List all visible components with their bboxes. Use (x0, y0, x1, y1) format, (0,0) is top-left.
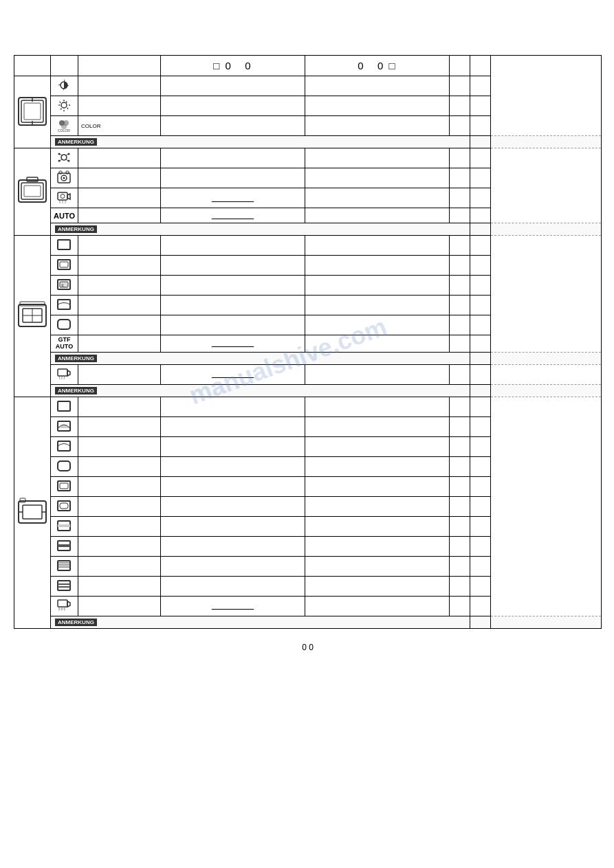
svg-rect-42 (58, 300, 70, 309)
s4-mode1 (160, 456, 305, 476)
s5-svg (56, 478, 72, 493)
row10-icon (51, 256, 78, 276)
row12-name (78, 296, 160, 315)
row12-e2 (470, 296, 490, 315)
row6-mode2 (305, 168, 449, 188)
header-e2 (470, 56, 490, 76)
mode2-symbol: 0 0 □ (358, 60, 396, 71)
row1-name (78, 76, 160, 96)
row9-mode2 (305, 236, 449, 256)
svg-rect-44 (58, 369, 67, 376)
s2-mode1 (160, 416, 305, 436)
s10-name (78, 576, 160, 596)
svg-rect-57 (60, 503, 68, 509)
row7-mode2 (305, 188, 449, 208)
s5-name (78, 476, 160, 496)
s1-icon (51, 397, 78, 416)
anmerkung-row2: ANMERKUNG (14, 223, 602, 236)
row1-e1 (449, 76, 470, 96)
anmerkung3-e1 (470, 352, 490, 364)
s3-icon (51, 436, 78, 456)
table-row (14, 476, 602, 496)
svg-rect-66 (58, 581, 70, 590)
s3-svg (56, 438, 72, 454)
row3-mode1 (160, 116, 305, 136)
row8-mode1: ___________ (160, 208, 305, 223)
row10-name (78, 256, 160, 276)
row2-mode2 (305, 96, 449, 116)
s2-icon (51, 416, 78, 436)
s9-mode2 (305, 556, 449, 576)
auto-label: AUTO (54, 212, 75, 220)
table-row: ± (14, 276, 602, 296)
row8-underline: ___________ (212, 212, 254, 219)
cursor-hand2-icon (56, 598, 72, 613)
s11-mode2 (305, 596, 449, 616)
header-mode1: □ 0 0 (160, 56, 305, 76)
row11-mode2 (305, 276, 449, 296)
row5-mode2 (305, 148, 449, 168)
row8-icon: AUTO (51, 208, 78, 223)
s9-icon (51, 556, 78, 576)
svg-rect-59 (58, 524, 70, 527)
s7-mode2 (305, 516, 449, 536)
s2-e2 (470, 416, 490, 436)
anmerkung-badge4: ANMERKUNG (55, 387, 97, 394)
s6-e1 (449, 496, 470, 516)
header-col2 (51, 56, 78, 76)
table-row (14, 496, 602, 516)
row1-icon (51, 76, 78, 96)
row11-icon: ± (51, 276, 78, 296)
brightness-icon (56, 78, 72, 93)
s3-mode2 (305, 436, 449, 456)
row15-mode1: ___________ (160, 364, 305, 384)
s10-svg (56, 578, 72, 593)
table-row (14, 436, 602, 456)
frame2-icon (56, 257, 72, 272)
color-icon: COLOR (56, 118, 72, 133)
row13-icon (51, 315, 78, 335)
s6-mode1 (160, 496, 305, 516)
s3-e1 (449, 436, 470, 456)
s1-name (78, 397, 160, 416)
row6-icon (51, 168, 78, 188)
table-row: ___________ (14, 596, 602, 616)
row2-mode1 (160, 96, 305, 116)
s5-mode1 (160, 476, 305, 496)
row9-e1 (449, 236, 470, 256)
s8-mode2 (305, 536, 449, 556)
s7-mode1 (160, 516, 305, 536)
row7-mode1: ___________ (160, 188, 305, 208)
section4-svg (17, 497, 47, 527)
footer-text: 0 0 (302, 643, 314, 652)
s7-name (78, 516, 160, 536)
row8-mode2 (305, 208, 449, 223)
svg-rect-62 (58, 561, 70, 570)
row15-name (78, 364, 160, 384)
row13-mode1 (160, 315, 305, 335)
anmerkung-badge3: ANMERKUNG (55, 355, 97, 362)
row15-mode2 (305, 364, 449, 384)
anmerkung-e2 (490, 136, 601, 148)
s4-name (78, 456, 160, 476)
table-row (14, 576, 602, 596)
s8-e2 (470, 536, 490, 556)
s5-e1 (449, 476, 470, 496)
s9-e2 (470, 556, 490, 576)
table-row: ___________ (14, 364, 602, 384)
gear-icon (56, 98, 72, 113)
row5-e1 (449, 148, 470, 168)
header-mode2: 0 0 □ (305, 56, 449, 76)
row12-e1 (449, 296, 470, 315)
row9-e2 (470, 236, 490, 256)
s5-icon (51, 476, 78, 496)
row15-icon (51, 364, 78, 384)
row13-name (78, 315, 160, 335)
svg-rect-11 (19, 180, 46, 202)
row5-name (78, 148, 160, 168)
row14-mode2 (305, 335, 449, 353)
row1-e2 (470, 76, 490, 96)
header-row: □ 0 0 0 0 □ (14, 56, 602, 76)
s4-e1 (449, 456, 470, 476)
s10-icon (51, 576, 78, 596)
